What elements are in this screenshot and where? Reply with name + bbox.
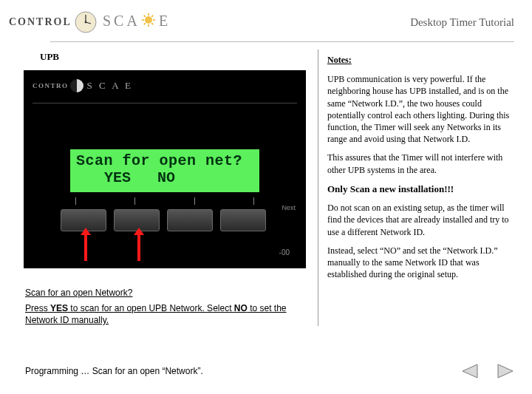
clock-icon bbox=[74, 10, 98, 34]
device-logo: CONTRO S C A E bbox=[33, 79, 133, 92]
notes-heading: Notes: bbox=[327, 54, 519, 66]
caption-body: Press YES to scan for an open UPB Networ… bbox=[25, 302, 306, 326]
next-arrow-icon[interactable] bbox=[495, 363, 516, 379]
notes-p5: Instead, select “NO” and set the “Networ… bbox=[327, 245, 519, 281]
svg-line-12 bbox=[143, 23, 145, 24]
main-content: UPB CONTRO S C A E Scan for open net? YE… bbox=[0, 42, 532, 326]
moon-icon bbox=[70, 79, 83, 92]
svg-point-3 bbox=[84, 21, 86, 24]
logo-control-text: CONTROL bbox=[9, 16, 72, 28]
section-title: UPB bbox=[40, 51, 306, 63]
lcd-yes: YES bbox=[104, 169, 131, 186]
tutorial-title: Desktop Timer Tutorial bbox=[410, 16, 514, 29]
page-header: CONTROL SCA E bbox=[0, 0, 532, 40]
svg-point-5 bbox=[145, 16, 152, 24]
nav-controls bbox=[460, 363, 516, 379]
lcd-no: NO bbox=[157, 169, 175, 186]
caption-yes: YES bbox=[50, 303, 68, 313]
svg-marker-16 bbox=[498, 364, 513, 378]
lcd-screen: Scan for open net? YESNO bbox=[70, 149, 259, 192]
lcd-prompt: Scan for open net? bbox=[76, 152, 253, 169]
svg-text:SCA: SCA bbox=[103, 13, 140, 29]
caption-title: Scan for an open Network? bbox=[25, 288, 306, 298]
arrow-indicator-1 bbox=[84, 234, 87, 261]
next-label: Next bbox=[282, 204, 296, 211]
notes-p2: This assures that the Timer will not int… bbox=[327, 152, 519, 175]
notes-panel: Notes: UPB communication is very powerfu… bbox=[318, 50, 525, 326]
device-screenshot: CONTRO S C A E Scan for open net? YESNO … bbox=[24, 70, 306, 268]
device-divider bbox=[33, 103, 297, 103]
svg-text:E: E bbox=[159, 13, 171, 29]
device-minus: -00 bbox=[279, 248, 290, 257]
prev-arrow-icon[interactable] bbox=[460, 363, 480, 379]
footer-text: Programming … Scan for an open “Network”… bbox=[25, 366, 203, 376]
svg-line-10 bbox=[143, 16, 145, 17]
tick-marks bbox=[75, 197, 254, 205]
device-logo-control: CONTRO bbox=[33, 82, 69, 89]
left-column: UPB CONTRO S C A E Scan for open net? YE… bbox=[24, 50, 306, 326]
notes-p3: Only Scan a new installation!!! bbox=[327, 183, 519, 196]
caption-pre: Press bbox=[25, 303, 50, 313]
logo-scape-text: SCA E bbox=[103, 11, 184, 33]
footer: Programming … Scan for an open “Network”… bbox=[25, 363, 516, 379]
arrow-indicator-2 bbox=[137, 234, 140, 261]
caption-mid: to scan for an open UPB Network. Select bbox=[68, 303, 234, 313]
scape-svg: SCA E bbox=[103, 11, 184, 30]
notes-p4: Do not scan on an existing setup, as the… bbox=[327, 202, 519, 238]
device-button-3 bbox=[167, 209, 213, 231]
logo: CONTROL SCA E bbox=[9, 10, 184, 34]
caption-no: NO bbox=[234, 303, 248, 313]
notes-p1: UPB communication is very powerful. If t… bbox=[327, 73, 519, 145]
device-logo-scape: S C A E bbox=[87, 80, 134, 92]
svg-line-13 bbox=[151, 16, 153, 17]
device-button-row bbox=[61, 209, 266, 231]
lcd-options: YESNO bbox=[76, 169, 253, 186]
svg-marker-15 bbox=[463, 364, 477, 378]
svg-line-11 bbox=[151, 23, 153, 24]
device-button-4 bbox=[220, 209, 266, 231]
